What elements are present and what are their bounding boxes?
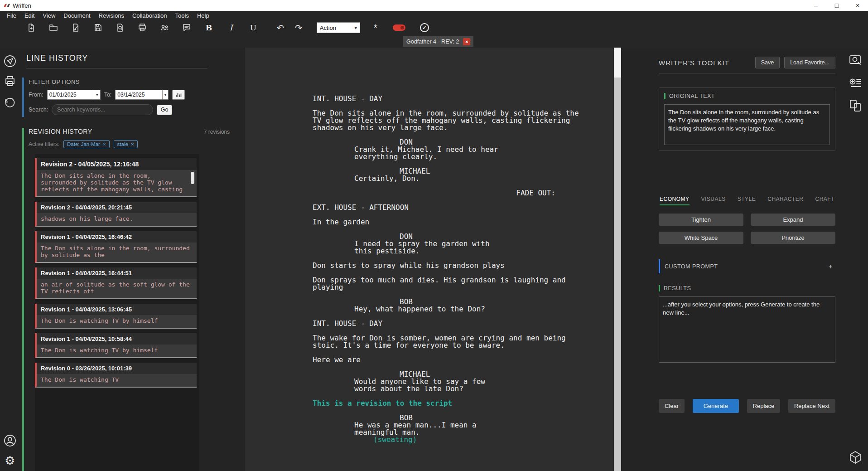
minimize-button[interactable]: –: [805, 0, 826, 11]
menu-item[interactable]: Revisions: [99, 12, 124, 19]
revision-card-header[interactable]: Revision 2 - 04/05/2025, 12:16:48: [37, 158, 197, 170]
option-button[interactable]: Expand: [751, 214, 835, 226]
from-date-select[interactable]: 01/01/2025 ▾: [47, 90, 101, 100]
toolkit-action-button[interactable]: Clear: [659, 399, 685, 413]
bold-button[interactable]: B: [204, 23, 214, 32]
revision-card-header[interactable]: Revision 1 - 04/04/2025, 16:44:51: [37, 267, 197, 279]
original-text-box[interactable]: The Don sits alone in the room, surround…: [664, 104, 830, 145]
open-folder-button[interactable]: [48, 23, 58, 33]
filter-button[interactable]: [172, 90, 185, 100]
script-line[interactable]: Don starts to spray while his grandson p…: [313, 262, 584, 269]
comments-button[interactable]: [182, 23, 192, 33]
filter-chip[interactable]: stale ×: [114, 140, 138, 148]
toolkit-tab[interactable]: VISUALS: [701, 196, 726, 205]
script-line[interactable]: Don sprays too much and dies. His grands…: [313, 277, 584, 291]
record-toggle[interactable]: [393, 24, 405, 31]
revision-card-header[interactable]: Revision 2 - 04/04/2025, 20:21:45: [37, 202, 197, 213]
tab-close-icon[interactable]: ×: [463, 38, 470, 45]
script-line[interactable]: INT. HOUSE - DAY: [313, 95, 584, 102]
editor-scrollbar-thumb[interactable]: [614, 48, 621, 78]
revision-card-header[interactable]: Revision 1 - 04/04/2025, 13:06:45: [37, 304, 197, 315]
review-settings-icon[interactable]: [848, 76, 863, 90]
search-input[interactable]: [52, 104, 153, 115]
menu-item[interactable]: Tools: [175, 12, 189, 19]
script-line[interactable]: (sweating): [373, 436, 584, 443]
close-button[interactable]: ×: [847, 0, 868, 11]
toolkit-tab[interactable]: CHARACTER: [767, 196, 803, 205]
maximize-button[interactable]: □: [826, 0, 847, 11]
toolkit-action-button[interactable]: Replace Next: [788, 399, 835, 413]
script-line[interactable]: EXT. HOUSE - AFTERNOON: [313, 204, 584, 211]
script-line[interactable]: Would anyone like to say a few words abo…: [354, 378, 508, 393]
script-line[interactable]: Here we are: [313, 356, 584, 364]
option-button[interactable]: White Space: [659, 232, 743, 244]
menu-item[interactable]: Document: [63, 12, 90, 19]
script-line[interactable]: Hey, what happened to the Don?: [354, 306, 508, 313]
revision-card[interactable]: Revision 1 - 04/04/2025, 16:44:51 an air…: [35, 267, 197, 299]
plugins-icon[interactable]: [848, 450, 863, 465]
results-box[interactable]: ...after you select your options, press …: [659, 296, 835, 363]
underline-button[interactable]: U: [248, 23, 258, 32]
revision-card-header[interactable]: Revision 0 - 03/26/2025, 10:01:39: [37, 363, 197, 374]
revision-card-header[interactable]: Revision 1 - 04/04/2025, 10:58:44: [37, 333, 197, 345]
menu-item[interactable]: View: [43, 12, 55, 19]
script-line[interactable]: INT. HOUSE - DAY: [313, 320, 584, 327]
revision-card[interactable]: Revision 0 - 03/26/2025, 10:01:39 The Do…: [35, 363, 197, 388]
undo-button[interactable]: ↶: [277, 23, 284, 33]
filter-chip[interactable]: Date: Jan-Mar ×: [63, 140, 110, 148]
save-button[interactable]: [93, 23, 103, 33]
asterisk-button[interactable]: *: [374, 22, 377, 33]
print-queue-icon[interactable]: [3, 75, 17, 88]
script-line[interactable]: The Don sits alone in the room, surround…: [313, 110, 584, 131]
settings-icon[interactable]: ⚙: [3, 454, 17, 467]
revision-card-header[interactable]: Revision 1 - 04/04/2025, 16:46:42: [37, 231, 197, 243]
toolkit-tab[interactable]: STYLE: [738, 196, 756, 205]
revision-card[interactable]: Revision 1 - 04/04/2025, 10:58:44 The Do…: [35, 333, 197, 358]
script-line[interactable]: He was a mean man...I mean a meaningful …: [354, 422, 508, 436]
editor-scrollbar[interactable]: [614, 48, 621, 471]
script-line[interactable]: The wake for Don is somber, women are cr…: [313, 335, 584, 349]
toolkit-action-button[interactable]: Replace: [747, 399, 781, 413]
navigate-icon[interactable]: [3, 54, 17, 68]
option-button[interactable]: Tighten: [659, 214, 743, 226]
menu-item[interactable]: Collaboration: [132, 12, 167, 19]
script-line[interactable]: This is a revision to the script: [313, 400, 584, 407]
history-icon[interactable]: [3, 95, 17, 109]
element-type-dropdown[interactable]: Action ▾: [317, 22, 360, 33]
script-editor[interactable]: INT. HOUSE - DAYThe Don sits alone in th…: [245, 48, 621, 471]
toolkit-action-button[interactable]: Generate: [693, 399, 739, 413]
toolkit-tab[interactable]: CRAFT: [815, 196, 834, 205]
script-line[interactable]: I need to spray the garden with this pes…: [354, 240, 508, 255]
chip-close-icon[interactable]: ×: [103, 141, 106, 147]
script-line[interactable]: In the garden: [313, 219, 584, 226]
screen-capture-icon[interactable]: [848, 53, 863, 68]
spellcheck-button[interactable]: ✓: [420, 23, 429, 32]
script-line[interactable]: Certainly, Don.: [354, 175, 508, 182]
chip-close-icon[interactable]: ×: [131, 141, 134, 147]
document-tab[interactable]: Godfather 4 - REV: 2 ×: [403, 36, 473, 47]
revision-card[interactable]: Revision 1 - 04/04/2025, 13:06:45 The Do…: [35, 304, 197, 329]
menu-item[interactable]: File: [7, 12, 16, 19]
script-line[interactable]: FADE OUT:: [313, 189, 555, 197]
script-line[interactable]: MICHAEL: [400, 168, 584, 175]
revision-list[interactable]: Revision 2 - 04/05/2025, 12:16:48 The Do…: [35, 154, 199, 471]
revision-card[interactable]: Revision 2 - 04/05/2025, 12:16:48 The Do…: [35, 158, 197, 197]
revision-scrollbar-thumb[interactable]: [191, 172, 194, 184]
collaboration-button[interactable]: [159, 23, 169, 33]
toolkit-save-button[interactable]: Save: [755, 57, 780, 68]
redo-button[interactable]: ↷: [295, 23, 302, 33]
to-date-select[interactable]: 03/14/2025 ▾: [115, 90, 169, 100]
revision-card[interactable]: Revision 1 - 04/04/2025, 16:46:42 The Do…: [35, 231, 197, 263]
revision-card[interactable]: Revision 2 - 04/04/2025, 20:21:45 shadow…: [35, 202, 197, 227]
new-document-button[interactable]: [26, 23, 36, 33]
find-in-document-button[interactable]: [115, 23, 125, 33]
search-go-button[interactable]: Go: [157, 105, 172, 115]
custom-prompt-section[interactable]: CUSTOM PROMPT +: [659, 259, 835, 273]
toolkit-tab[interactable]: ECONOMY: [660, 196, 690, 205]
print-button[interactable]: [137, 23, 147, 33]
load-favorite-button[interactable]: Load Favorite...: [784, 57, 835, 68]
italic-button[interactable]: I: [226, 23, 236, 32]
edit-document-button[interactable]: [71, 23, 81, 33]
card-layout-icon[interactable]: [848, 98, 863, 113]
account-icon[interactable]: [3, 434, 17, 447]
